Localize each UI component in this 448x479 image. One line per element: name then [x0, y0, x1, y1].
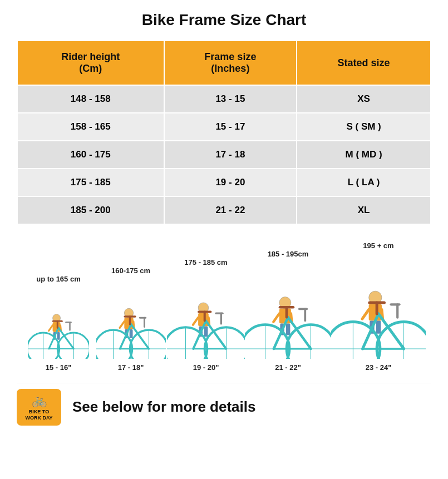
svg-rect-3 [57, 332, 60, 340]
table-cell: 19 - 20 [164, 169, 297, 196]
bike-top-label: 195 + cm [363, 241, 393, 250]
bike-bottom-label: 19 - 20" [193, 363, 219, 372]
page-container: Bike Frame Size Chart Rider height(Cm) F… [0, 0, 448, 437]
table-cell: XL [297, 196, 431, 224]
table-cell: 17 - 18 [164, 141, 297, 169]
visual-section: up to 165 cm 15 - 16"160-175 cm [17, 241, 431, 372]
bike-item: up to 165 cm 15 - 16" [22, 275, 95, 372]
table-cell: 185 - 200 [17, 196, 164, 224]
svg-rect-22 [129, 329, 132, 338]
bike-top-label: 185 - 195cm [268, 250, 309, 258]
table-cell: 15 - 17 [164, 113, 297, 141]
bike-item: 195 + cm 23 - 24" [331, 241, 426, 372]
svg-line-42 [193, 318, 198, 325]
table-cell: 175 - 185 [17, 169, 164, 196]
table-cell: 13 - 15 [164, 85, 297, 113]
col-header-frame: Frame size(Inches) [164, 41, 297, 85]
svg-rect-60 [286, 324, 291, 335]
table-row: 148 - 15813 - 15XS [17, 85, 431, 113]
bike-figure [245, 261, 331, 359]
bike-bottom-label: 21 - 22" [275, 363, 301, 372]
svg-point-83 [377, 322, 426, 359]
bike-top-label: 175 - 185 cm [184, 258, 227, 266]
svg-rect-41 [204, 327, 208, 337]
bike-figure [28, 287, 89, 359]
logo: 🚲 BIKE TOWORK DAY [17, 389, 61, 426]
bike-figure [167, 270, 245, 359]
footer-tagline: See below for more details [72, 398, 255, 416]
table-row: 158 - 16515 - 17S ( SM ) [17, 113, 431, 141]
table-cell: L ( LA ) [297, 169, 431, 196]
bike-item: 175 - 185 cm 19 - 20" [167, 258, 245, 372]
bike-logo-icon: 🚲 [32, 393, 47, 408]
bikes-row: up to 165 cm 15 - 16"160-175 cm [17, 241, 431, 372]
table-row: 175 - 18519 - 20L ( LA ) [17, 169, 431, 196]
svg-line-61 [273, 314, 279, 322]
logo-text: BIKE TOWORK DAY [25, 409, 52, 421]
bike-figure [331, 253, 426, 359]
footer: 🚲 BIKE TOWORK DAY See below for more det… [17, 383, 431, 426]
table-cell: S ( SM ) [297, 113, 431, 141]
bike-item: 185 - 195cm 21 - 22" [245, 250, 331, 372]
table-cell: M ( MD ) [297, 141, 431, 169]
table-cell: 148 - 158 [17, 85, 164, 113]
svg-line-4 [49, 325, 53, 331]
svg-point-45 [205, 327, 245, 359]
table-row: 185 - 20021 - 22XL [17, 196, 431, 224]
svg-line-23 [120, 322, 124, 328]
svg-point-7 [57, 333, 89, 359]
svg-point-26 [130, 330, 165, 359]
bike-bottom-label: 15 - 16" [46, 363, 72, 372]
table-cell: 21 - 22 [164, 196, 297, 224]
bike-top-label: up to 165 cm [36, 275, 80, 283]
table-row: 160 - 17517 - 18M ( MD ) [17, 141, 431, 169]
svg-point-64 [287, 324, 331, 359]
size-chart-table: Rider height(Cm) Frame size(Inches) Stat… [17, 40, 431, 225]
svg-line-80 [362, 310, 369, 319]
bike-top-label: 160-175 cm [111, 266, 150, 275]
svg-rect-79 [376, 321, 381, 334]
table-cell: 160 - 175 [17, 141, 164, 169]
page-title: Bike Frame Size Chart [17, 11, 431, 29]
table-cell: 158 - 165 [17, 113, 164, 141]
bike-bottom-label: 17 - 18" [118, 363, 144, 372]
bike-figure [96, 278, 166, 359]
col-header-height: Rider height(Cm) [17, 41, 164, 85]
col-header-stated: Stated size [297, 41, 431, 85]
bike-item: 160-175 cm 17 - 18" [95, 266, 167, 372]
table-cell: XS [297, 85, 431, 113]
bike-bottom-label: 23 - 24" [366, 363, 392, 372]
